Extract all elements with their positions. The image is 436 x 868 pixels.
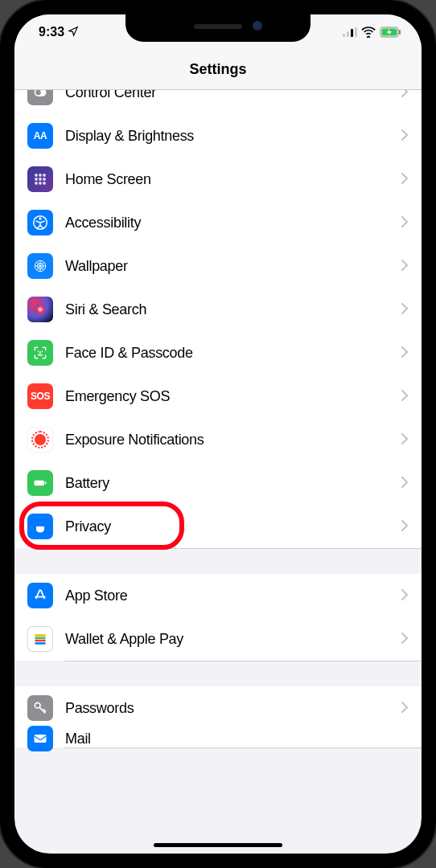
svg-rect-26 bbox=[35, 642, 45, 645]
chevron-right-icon bbox=[401, 585, 409, 606]
home-screen-icon bbox=[27, 166, 53, 192]
display-icon: AA bbox=[27, 123, 53, 149]
chevron-right-icon bbox=[401, 90, 409, 103]
row-battery-label: Battery bbox=[65, 475, 401, 492]
row-privacy[interactable]: Privacy bbox=[14, 505, 422, 548]
notch bbox=[125, 14, 311, 42]
row-exposure-notifications[interactable]: Exposure Notifications bbox=[14, 418, 422, 461]
chevron-right-icon bbox=[401, 698, 409, 719]
svg-point-18 bbox=[35, 304, 47, 316]
svg-rect-6 bbox=[39, 174, 41, 176]
phone-frame: 9:33 bbox=[0, 0, 436, 868]
svg-rect-11 bbox=[35, 182, 37, 184]
home-indicator[interactable] bbox=[154, 843, 282, 847]
svg-rect-7 bbox=[43, 174, 45, 176]
wallet-icon bbox=[27, 626, 53, 652]
battery-charging-icon bbox=[380, 27, 402, 38]
control-center-icon bbox=[27, 90, 53, 105]
svg-rect-22 bbox=[45, 481, 47, 484]
screen: 9:33 bbox=[14, 14, 422, 854]
section-separator bbox=[14, 661, 422, 686]
row-home-screen-label: Home Screen bbox=[65, 171, 401, 188]
sos-icon: SOS bbox=[27, 383, 53, 409]
row-wallpaper-label: Wallpaper bbox=[65, 258, 401, 275]
row-battery[interactable]: Battery bbox=[14, 461, 422, 505]
row-home-screen[interactable]: Home Screen bbox=[14, 158, 422, 201]
section-separator bbox=[14, 548, 422, 574]
svg-rect-21 bbox=[35, 481, 45, 486]
battery-row-icon bbox=[27, 470, 53, 496]
row-display-brightness-label: Display & Brightness bbox=[65, 128, 401, 145]
privacy-icon bbox=[27, 514, 53, 539]
chevron-right-icon bbox=[401, 473, 409, 493]
svg-rect-23 bbox=[35, 634, 45, 637]
row-privacy-label: Privacy bbox=[65, 518, 401, 535]
chevron-right-icon bbox=[401, 256, 409, 276]
svg-rect-24 bbox=[35, 637, 45, 640]
row-accessibility[interactable]: Accessibility bbox=[14, 201, 422, 244]
faceid-icon bbox=[27, 340, 53, 366]
row-wallet-apple-pay-label: Wallet & Apple Pay bbox=[65, 631, 401, 648]
row-mail[interactable]: Mail bbox=[14, 730, 422, 747]
row-app-store[interactable]: App Store bbox=[14, 574, 422, 617]
svg-rect-10 bbox=[43, 178, 45, 180]
row-siri-search[interactable]: Siri & Search bbox=[14, 288, 422, 331]
row-control-center[interactable]: Control Center bbox=[14, 90, 422, 114]
chevron-right-icon bbox=[401, 628, 409, 649]
chevron-right-icon bbox=[401, 212, 409, 233]
appstore-icon bbox=[27, 583, 53, 608]
row-emergency-sos[interactable]: SOSEmergency SOS bbox=[14, 375, 422, 418]
svg-rect-13 bbox=[43, 182, 45, 184]
svg-rect-5 bbox=[35, 174, 37, 176]
nav-header: Settings bbox=[14, 50, 422, 90]
page-title: Settings bbox=[189, 61, 246, 78]
accessibility-icon bbox=[27, 210, 53, 235]
row-wallpaper[interactable]: Wallpaper bbox=[14, 244, 422, 288]
row-passwords-label: Passwords bbox=[65, 700, 401, 717]
row-app-store-label: App Store bbox=[65, 588, 401, 604]
exposure-icon bbox=[27, 427, 53, 452]
svg-point-20 bbox=[42, 351, 43, 353]
row-emergency-sos-label: Emergency SOS bbox=[65, 388, 401, 405]
passwords-icon bbox=[27, 695, 53, 721]
row-faceid-passcode[interactable]: Face ID & Passcode bbox=[14, 331, 422, 375]
chevron-right-icon bbox=[401, 386, 409, 407]
chevron-right-icon bbox=[401, 125, 409, 146]
chevron-right-icon bbox=[401, 429, 409, 450]
wifi-icon bbox=[361, 27, 376, 38]
svg-rect-12 bbox=[39, 182, 41, 184]
chevron-right-icon bbox=[401, 299, 409, 320]
mail-icon bbox=[27, 726, 53, 751]
svg-rect-8 bbox=[35, 178, 37, 180]
row-passwords[interactable]: Passwords bbox=[14, 686, 422, 730]
svg-rect-25 bbox=[35, 640, 45, 642]
svg-point-15 bbox=[39, 217, 41, 219]
svg-rect-1 bbox=[399, 30, 401, 35]
svg-point-19 bbox=[38, 351, 39, 353]
row-siri-search-label: Siri & Search bbox=[65, 301, 401, 318]
row-faceid-passcode-label: Face ID & Passcode bbox=[65, 345, 401, 362]
wallpaper-icon bbox=[27, 253, 53, 279]
chevron-right-icon bbox=[401, 342, 409, 363]
svg-rect-9 bbox=[39, 178, 41, 180]
settings-scroll-area[interactable]: Control CenterAADisplay & BrightnessHome… bbox=[14, 90, 422, 854]
row-mail-label: Mail bbox=[65, 731, 409, 747]
row-wallet-apple-pay[interactable]: Wallet & Apple Pay bbox=[14, 617, 422, 661]
chevron-right-icon bbox=[401, 169, 409, 190]
row-accessibility-label: Accessibility bbox=[65, 215, 401, 231]
row-display-brightness[interactable]: AADisplay & Brightness bbox=[14, 114, 422, 158]
location-services-icon bbox=[68, 26, 79, 39]
chevron-right-icon bbox=[401, 516, 409, 537]
cellular-signal-icon bbox=[343, 27, 357, 37]
svg-rect-28 bbox=[35, 735, 47, 743]
siri-icon bbox=[27, 297, 53, 322]
row-exposure-notifications-label: Exposure Notifications bbox=[65, 432, 401, 448]
row-control-center-label: Control Center bbox=[65, 90, 401, 101]
status-time: 9:33 bbox=[39, 25, 64, 39]
